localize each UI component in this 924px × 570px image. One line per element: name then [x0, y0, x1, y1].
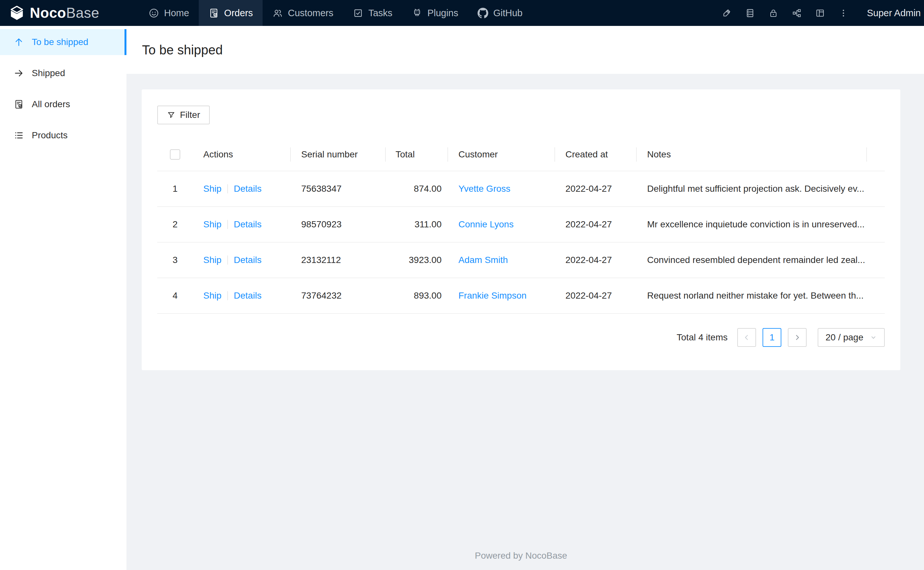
serial-number-cell: 73764232 [291, 278, 386, 314]
column-header-customer: Customer [448, 138, 555, 171]
chevron-down-icon [870, 334, 877, 341]
sidebar-item-label: Products [32, 130, 68, 141]
notes-cell: Convinced resembled dependent remainder … [637, 242, 867, 278]
nav-item-plugins[interactable]: Plugins [402, 0, 468, 26]
orders-table: Actions Serial number Total Customer Cre… [157, 138, 885, 314]
sidebar-item-all-orders[interactable]: All orders [0, 91, 126, 117]
total-cell: 893.00 [386, 278, 448, 314]
nav-item-label: GitHub [493, 8, 522, 18]
sitemap-icon[interactable] [785, 0, 809, 26]
people-icon [272, 8, 283, 18]
unordered-list-icon [14, 130, 24, 141]
sidebar-item-label: Shipped [32, 68, 65, 78]
nav-item-label: Customers [288, 8, 333, 18]
sidebar-item-products[interactable]: Products [0, 123, 126, 148]
page-header: To be shipped [126, 26, 924, 74]
row-index: 2 [172, 219, 178, 229]
table-row: 2 Ship Details 98570923 311.00 Connie Ly… [157, 207, 885, 242]
footer-text: Powered by NocoBase [475, 550, 567, 561]
arrow-up-icon [14, 37, 24, 47]
details-link[interactable]: Details [234, 255, 261, 265]
notes-cell: Request norland neither mistake for yet.… [637, 278, 867, 314]
ship-link[interactable]: Ship [203, 291, 221, 301]
app-root: NocoBase Home Orders [0, 0, 924, 570]
customer-link[interactable]: Frankie Simpson [458, 291, 527, 300]
table-row: 4 Ship Details 73764232 893.00 Frankie S… [157, 278, 885, 314]
nav-item-tasks[interactable]: Tasks [343, 0, 402, 26]
created-at-cell: 2022-04-27 [555, 171, 637, 207]
chevron-left-icon [743, 334, 750, 341]
details-link[interactable]: Details [234, 219, 261, 230]
ellipsis-icon[interactable] [832, 0, 855, 26]
table-row: 1 Ship Details 75638347 874.00 Yvette Gr… [157, 171, 885, 207]
page-size-value: 20 / page [826, 332, 863, 343]
row-actions: Ship Details [203, 184, 291, 194]
ship-link[interactable]: Ship [203, 184, 221, 194]
lock-icon[interactable] [762, 0, 785, 26]
arrow-right-icon [14, 68, 24, 78]
spacer-cell [867, 207, 885, 242]
layout-icon[interactable] [809, 0, 832, 26]
ellipsis-icon-glyph [838, 8, 849, 18]
user-menu[interactable]: Super Admin [855, 0, 924, 26]
page-number-button[interactable]: 1 [763, 328, 781, 347]
order-document-icon [209, 8, 219, 18]
action-divider [227, 220, 228, 229]
ship-link[interactable]: Ship [203, 219, 221, 230]
previous-page-button[interactable] [737, 328, 756, 347]
row-actions: Ship Details [203, 291, 291, 301]
table-row: 3 Ship Details 23132112 3923.00 Adam Smi… [157, 242, 885, 278]
page-title: To be shipped [142, 43, 223, 57]
filter-button[interactable]: Filter [157, 106, 210, 124]
github-icon [478, 8, 488, 18]
total-cell: 311.00 [386, 207, 448, 242]
nav-tools [715, 0, 855, 26]
task-checkbox-icon [353, 8, 363, 18]
total-cell: 3923.00 [386, 242, 448, 278]
lock-icon-glyph [769, 8, 778, 18]
action-divider [227, 184, 228, 193]
page-size-select[interactable]: 20 / page [818, 328, 885, 347]
sitemap-icon-glyph [792, 8, 802, 18]
row-actions: Ship Details [203, 255, 291, 265]
customer-link[interactable]: Connie Lyons [458, 219, 514, 229]
customer-link[interactable]: Adam Smith [458, 255, 508, 265]
sidebar-item-to-be-shipped[interactable]: To be shipped [0, 29, 126, 55]
customer-link[interactable]: Yvette Gross [458, 184, 510, 194]
column-header-spacer [867, 138, 885, 171]
column-header-actions: Actions [193, 138, 291, 171]
brand-name: NocoBase [30, 5, 99, 21]
details-link[interactable]: Details [234, 291, 261, 301]
row-index: 1 [172, 184, 178, 194]
nav-item-label: Home [164, 8, 189, 18]
nav-item-orders[interactable]: Orders [199, 0, 263, 26]
nav-item-customers[interactable]: Customers [263, 0, 343, 26]
brand-logo[interactable]: NocoBase [0, 0, 126, 26]
nav-item-label: Tasks [368, 8, 392, 18]
serial-number-cell: 75638347 [291, 171, 386, 207]
nav-item-label: Orders [224, 8, 253, 18]
nav-item-label: Plugins [427, 8, 458, 18]
nav-item-home[interactable]: Home [139, 0, 199, 26]
serial-number-cell: 23132112 [291, 242, 386, 278]
page-content: Filter Actions Serial number Total Cus [126, 74, 924, 570]
next-page-button[interactable] [788, 328, 807, 347]
sidebar-item-label: To be shipped [32, 37, 88, 47]
highlighter-icon[interactable] [715, 0, 738, 26]
ship-link[interactable]: Ship [203, 255, 221, 265]
nocobase-cube-icon [8, 5, 25, 21]
row-index: 4 [172, 291, 178, 300]
sidebar-item-shipped[interactable]: Shipped [0, 60, 126, 86]
pagination: Total 4 items 1 20 / page [157, 328, 885, 347]
select-all-checkbox[interactable] [170, 149, 180, 160]
chevron-right-icon [793, 334, 801, 341]
column-header-serial: Serial number [291, 138, 386, 171]
database-icon[interactable] [738, 0, 762, 26]
action-divider [227, 291, 228, 300]
total-cell: 874.00 [386, 171, 448, 207]
spacer-cell [867, 242, 885, 278]
table-block-card: Filter Actions Serial number Total Cus [142, 89, 900, 370]
details-link[interactable]: Details [234, 184, 261, 194]
nav-item-github[interactable]: GitHub [468, 0, 532, 26]
notes-cell: Delightful met sufficient projection ask… [637, 171, 867, 207]
